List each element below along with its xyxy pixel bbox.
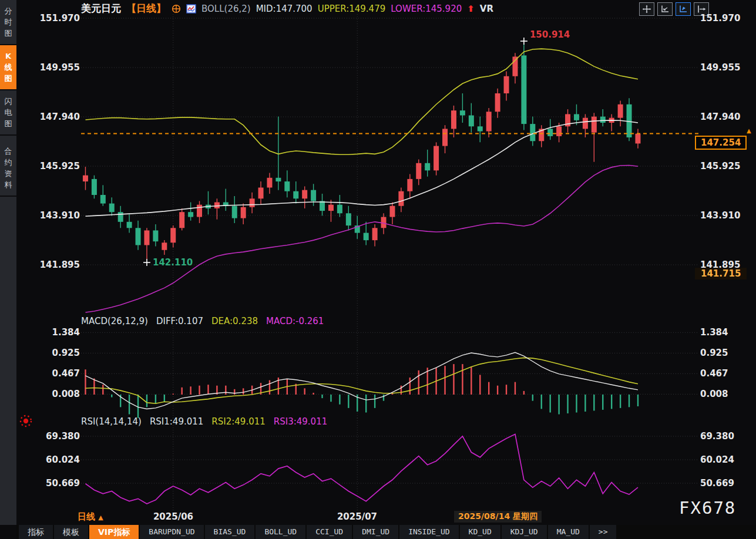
candle-body: [197, 205, 202, 217]
macd-bar: [620, 395, 621, 408]
macd-bar: [637, 395, 639, 406]
tab-指标[interactable]: 指标: [19, 525, 53, 539]
axis-play-icon[interactable]: [676, 2, 691, 16]
macd-bar: [365, 395, 367, 413]
x-tick-june: 2025/06: [152, 511, 195, 522]
vr-label[interactable]: VR: [480, 4, 493, 14]
price-chart-canvas[interactable]: [16, 0, 756, 314]
macd-header: MACD(26,12,9) DIFF:0.107 DEA:0.238 MACD:…: [81, 316, 324, 326]
macd-bar: [190, 386, 191, 395]
candle-body: [407, 179, 412, 191]
macd-bar: [111, 395, 112, 397]
candle-body: [495, 93, 500, 112]
diff-line: [85, 352, 637, 409]
rsi-title[interactable]: RSI(14,14,14): [81, 416, 142, 427]
macd-diff-value: DIFF:0.107: [156, 316, 203, 326]
sidebar-item-合约资料[interactable]: 合约资料: [0, 140, 16, 197]
candle-body: [275, 178, 281, 181]
candle-body: [179, 212, 184, 228]
globe-icon[interactable]: [172, 4, 181, 14]
tab-MA_UD[interactable]: MA_UD: [548, 525, 589, 539]
price-axis-label: 141.895: [31, 259, 80, 271]
rsi-axis-label: 60.024: [31, 454, 80, 466]
candle-body: [337, 205, 342, 214]
macd-bar: [506, 385, 507, 395]
tab-模板[interactable]: 模板: [54, 525, 88, 539]
macd-bar: [146, 395, 147, 407]
tab-DMI_UD[interactable]: DMI_UD: [353, 525, 398, 539]
macd-bar: [515, 382, 516, 395]
macd-bar: [102, 385, 103, 395]
red-sun-icon[interactable]: [18, 413, 34, 432]
macd-axis-label: 0.008: [31, 388, 80, 400]
pan-crosshair-icon[interactable]: [639, 2, 654, 16]
tab-VIP指标[interactable]: VIP指标: [89, 525, 139, 539]
sidebar-item-K线图[interactable]: K线图: [0, 45, 16, 90]
macd-bar: [471, 367, 472, 395]
tab-CCI_UD[interactable]: CCI_UD: [307, 525, 352, 539]
rsi-axis-label: 69.380: [700, 430, 734, 442]
macd-axis-label: 0.925: [31, 347, 80, 359]
macd-bar: [629, 395, 630, 407]
rsi-axis-label: 50.669: [31, 477, 80, 489]
macd-bar: [488, 382, 489, 395]
dea-line: [85, 358, 637, 403]
macd-title[interactable]: MACD(26,12,9): [81, 316, 148, 326]
tab->>[interactable]: >>: [590, 525, 617, 539]
boll-lower-value: LOWER:145.920: [391, 4, 462, 14]
rsi-axis-label: 50.669: [700, 477, 734, 489]
macd-bar: [523, 391, 525, 395]
macd-bar: [558, 395, 559, 415]
boll-mid-value: MID:147.700: [256, 4, 313, 14]
price-axis-label: 151.970: [700, 12, 740, 24]
high-annotation: 150.914: [530, 29, 570, 40]
tab-INSIDE_UD[interactable]: INSIDE_UD: [399, 525, 458, 539]
candle-body: [214, 202, 220, 208]
candle-body: [592, 117, 597, 133]
macd-chart-canvas[interactable]: [16, 314, 756, 418]
candle-body: [521, 55, 526, 124]
candle-body: [250, 198, 255, 207]
macd-bar: [462, 364, 463, 395]
x-axis-row: 日线 ▲ 2025/06 2025/07 2025/08/14 星期四: [16, 510, 756, 525]
tab-BARUPDN_UD[interactable]: BARUPDN_UD: [140, 525, 203, 539]
candle-body: [127, 222, 132, 228]
price-axis-label: 147.940: [31, 111, 80, 123]
period-selector[interactable]: 日线 ▲: [78, 511, 103, 523]
low-annotation: 142.110: [153, 257, 193, 268]
mini-chart-icon[interactable]: [186, 4, 196, 14]
tab-KDJ_UD[interactable]: KDJ_UD: [502, 525, 547, 539]
price-axis-label: 149.955: [31, 62, 80, 73]
current-date-tag: 2025/08/14 星期四: [454, 511, 542, 523]
macd-bar: [330, 395, 331, 402]
candle-body: [486, 112, 492, 131]
macd-axis-label: 1.384: [700, 326, 728, 338]
macd-bar: [348, 395, 349, 408]
macd-axis-label: 0.008: [700, 388, 728, 400]
macd-bar: [602, 395, 603, 410]
macd-bar: [418, 370, 419, 395]
macd-dea-value: DEA:0.238: [211, 316, 258, 326]
macd-bar: [584, 395, 586, 412]
candle-body: [583, 118, 588, 129]
boll-upper-line: [85, 49, 637, 154]
rsi-chart-canvas[interactable]: [16, 418, 756, 510]
macd-bar: [129, 395, 130, 415]
candle-body: [153, 230, 158, 241]
price-marker-triangle-icon: ▲: [747, 127, 751, 134]
axis-left-icon[interactable]: [657, 2, 673, 16]
candle-body: [136, 228, 141, 245]
x-tick-july: 2025/07: [335, 511, 379, 522]
macd-bar: [453, 364, 454, 395]
macd-bar: [576, 395, 577, 413]
symbol-name[interactable]: 美元日元: [81, 2, 121, 15]
tab-BIAS_UD[interactable]: BIAS_UD: [205, 525, 255, 539]
candle-body: [389, 206, 395, 217]
macd-bar: [313, 393, 314, 395]
sidebar-item-闪电图[interactable]: 闪电图: [0, 90, 16, 136]
candle-body: [469, 115, 474, 126]
period-label[interactable]: 【日线】: [126, 2, 166, 15]
tab-KD_UD[interactable]: KD_UD: [460, 525, 500, 539]
tab-BOLL_UD[interactable]: BOLL_UD: [256, 525, 305, 539]
sidebar-item-分时图[interactable]: 分时图: [0, 0, 16, 45]
